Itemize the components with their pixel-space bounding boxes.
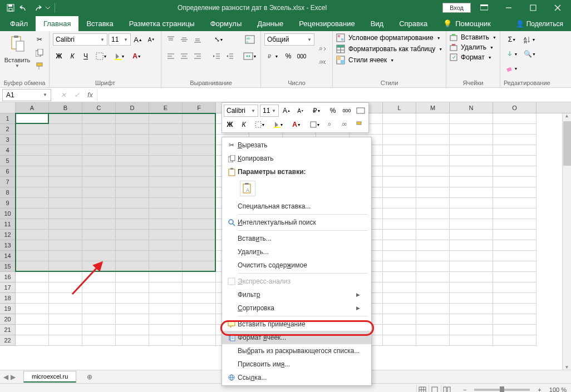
cell[interactable] [493,251,536,261]
cell[interactable] [82,219,116,230]
mini-currency-icon[interactable]: ₽▼ [308,105,325,117]
cell[interactable] [183,282,216,293]
cell[interactable] [493,166,536,177]
cell[interactable] [149,293,183,304]
cell[interactable] [116,230,149,240]
cell[interactable] [49,135,82,145]
cell[interactable] [49,177,82,187]
cell[interactable] [49,113,82,124]
tab-view[interactable]: Вид [363,16,392,31]
cell[interactable] [149,166,183,177]
mini-merge-icon[interactable] [355,105,367,117]
number-format-select[interactable]: Общий▼ [264,33,314,46]
cell[interactable] [493,187,536,198]
cell[interactable] [383,335,416,346]
cell[interactable] [416,325,450,335]
align-top-icon[interactable] [165,33,177,46]
cell[interactable] [183,251,216,261]
cell[interactable] [493,219,536,230]
percent-icon[interactable]: % [282,50,294,62]
cell[interactable] [183,293,216,304]
tab-file[interactable]: Файл [2,16,36,31]
tab-layout[interactable]: Разметка страницы [121,16,203,31]
cell[interactable] [82,166,116,177]
column-header[interactable]: E [149,102,183,113]
decrease-font-icon[interactable]: A▼ [145,33,157,46]
cell[interactable] [82,135,116,145]
wrap-text-icon[interactable]: abc [243,33,257,46]
cell[interactable] [49,209,82,219]
font-size-select[interactable]: 11▼ [109,33,131,46]
cell[interactable] [16,335,49,346]
cell[interactable] [383,219,416,230]
scrollbar-thumb[interactable] [563,121,571,166]
cell[interactable] [450,293,493,304]
mini-font-select[interactable]: Calibri▼ [224,105,258,117]
cell[interactable] [183,177,216,187]
cell[interactable] [116,304,149,314]
cell[interactable] [149,261,183,272]
cell[interactable] [16,293,49,304]
cell-styles-button[interactable]: Стили ячеек▼ [336,56,442,64]
ctx-copy[interactable]: Копировать [222,152,371,165]
align-right-icon[interactable] [191,50,204,62]
cell[interactable] [493,240,536,251]
cell[interactable] [82,314,116,325]
cell[interactable] [493,156,536,166]
ctx-smart-lookup[interactable]: Интеллектуальный поиск [222,216,371,229]
cell[interactable] [149,156,183,166]
cell[interactable] [493,113,536,124]
cell[interactable] [183,198,216,209]
cell[interactable] [16,124,49,135]
row-header[interactable]: 13 [0,240,16,251]
cell[interactable] [116,314,149,325]
cell[interactable] [49,166,82,177]
cell[interactable] [493,124,536,135]
cell[interactable] [383,145,416,156]
cell[interactable] [416,314,450,325]
mini-format-painter-icon[interactable] [353,118,365,131]
cell[interactable] [149,282,183,293]
undo-icon[interactable] [18,2,30,14]
mini-dec-dec-icon[interactable]: ,00 [339,118,351,131]
cell[interactable] [383,166,416,177]
cell[interactable] [383,240,416,251]
cell[interactable] [149,335,183,346]
view-normal-icon[interactable] [416,385,429,393]
cell[interactable] [450,251,493,261]
cell[interactable] [16,272,49,282]
cell[interactable] [450,272,493,282]
row-header[interactable]: 22 [0,335,16,346]
paste-button[interactable]: Вставить ▼ [3,33,31,70]
cell[interactable] [450,113,493,124]
minimize-icon[interactable] [498,0,520,16]
cell[interactable] [183,335,216,346]
cell[interactable] [16,219,49,230]
cell[interactable] [82,145,116,156]
cell[interactable] [16,166,49,177]
cell[interactable] [450,198,493,209]
cell[interactable] [82,209,116,219]
select-all-corner[interactable] [0,102,16,113]
row-header[interactable]: 18 [0,293,16,304]
column-header[interactable]: M [416,102,450,113]
merge-icon[interactable]: ▼ [243,50,257,62]
mini-fill-color-icon[interactable]: ▼ [270,118,287,131]
cell[interactable] [82,282,116,293]
cell[interactable] [149,272,183,282]
font-color-icon[interactable]: А▼ [129,50,145,62]
cell[interactable] [49,219,82,230]
cell[interactable] [82,293,116,304]
cell[interactable] [450,240,493,251]
ctx-insert[interactable]: Вставить... [222,232,371,245]
cell[interactable] [49,230,82,240]
cell[interactable] [183,135,216,145]
enter-icon[interactable]: ✓ [70,89,83,101]
cell[interactable] [450,325,493,335]
ctx-delete[interactable]: Удалить... [222,245,371,259]
cell[interactable] [416,209,450,219]
cell[interactable] [149,251,183,261]
borders-icon[interactable]: ▼ [93,50,110,62]
tab-data[interactable]: Данные [249,16,291,31]
cell[interactable] [450,219,493,230]
